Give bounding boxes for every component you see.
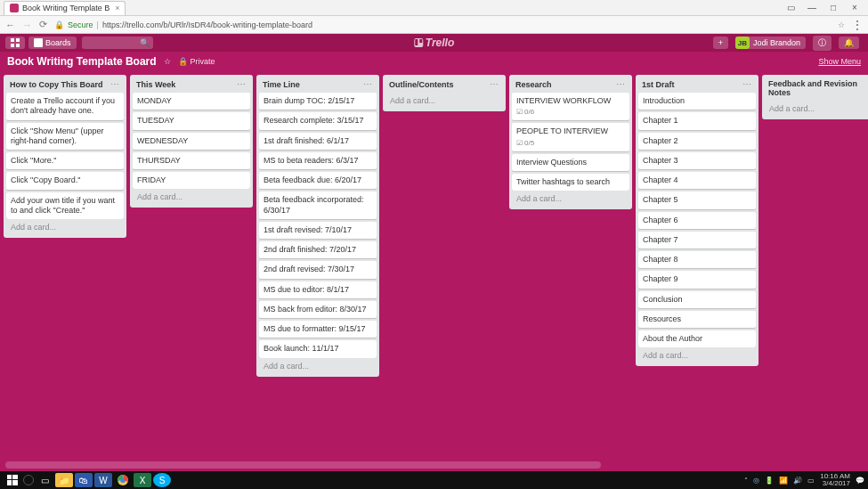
card[interactable]: Introduction [638,93,756,110]
card[interactable]: 1st draft revised: 7/10/17 [259,222,377,239]
add-card-button[interactable]: Add a card... [385,93,503,109]
card[interactable]: Chapter 3 [638,152,756,169]
horizontal-scrollbar[interactable] [5,461,601,469]
card[interactable]: WEDNESDAY [133,133,250,150]
account-icon[interactable]: ▭ [784,3,797,12]
card[interactable]: Interview Questions [512,154,629,171]
browser-tab[interactable]: Book Writing Template B × [4,1,126,15]
card[interactable]: Brain dump TOC: 2/15/17 [259,93,377,110]
list-menu-button[interactable]: ⋯ [615,79,626,89]
card[interactable]: Create a Trello account if you don't alr… [6,93,124,120]
info-button[interactable]: ⓘ [813,36,831,51]
board-canvas[interactable]: How to Copy This Board⋯Create a Trello a… [0,71,868,471]
tray-app-icon[interactable]: ◎ [753,477,759,485]
add-card-button[interactable]: Add a card... [133,189,250,205]
card[interactable]: PEOPLE TO INTERVIEW☑0/5 [512,123,629,151]
card[interactable]: Chapter 7 [638,232,756,249]
add-card-button[interactable]: Add a card... [765,101,868,117]
list-menu-button[interactable]: ⋯ [742,79,752,89]
card[interactable]: INTERVIEW WORKFLOW☑0/6 [512,93,629,120]
card[interactable]: MS due to editor: 8/1/17 [259,281,377,298]
list-menu-button[interactable]: ⋯ [110,79,120,89]
notifications-button[interactable]: 🔔 [839,37,859,49]
star-board-button[interactable]: ☆ [164,57,171,66]
card[interactable]: Chapter 9 [638,271,756,288]
app-switcher-button[interactable] [5,37,25,49]
list-menu-button[interactable]: ⋯ [489,79,499,89]
board-title[interactable]: Book Writing Template Board [7,55,157,68]
card[interactable]: Chapter 1 [638,112,756,129]
card[interactable]: Beta feedback due: 6/20/17 [259,172,377,189]
add-card-button[interactable]: Add a card... [512,191,629,207]
add-card-button[interactable]: Add a card... [259,358,377,374]
store-icon[interactable]: 🛍 [75,473,93,487]
card[interactable]: Research complete: 3/15/17 [259,112,377,129]
card[interactable]: MS back from editor: 8/30/17 [259,301,377,318]
card[interactable]: About the Author [638,330,756,347]
cortana-button[interactable] [23,475,34,485]
star-icon[interactable]: ☆ [838,20,845,29]
search-input[interactable]: 🔍 [82,37,153,49]
list-title[interactable]: This Week [136,80,236,89]
chrome-icon[interactable] [114,473,132,487]
reload-button[interactable]: ⟳ [39,19,47,30]
list-title[interactable]: Research [515,80,615,89]
add-card-button[interactable]: Add a card... [6,219,124,235]
add-card-button[interactable]: Add a card... [638,347,756,363]
forward-button[interactable]: → [22,20,32,30]
list-title[interactable]: How to Copy This Board [10,80,110,89]
file-explorer-icon[interactable]: 📁 [55,473,73,487]
tray-chevron-icon[interactable]: ˄ [744,477,748,485]
start-button[interactable] [4,473,21,487]
minimize-button[interactable]: — [806,3,818,12]
privacy-button[interactable]: 🔒 Private [178,57,215,66]
list-title[interactable]: Time Line [263,80,362,89]
tray-volume-icon[interactable]: 🔊 [793,477,802,485]
clock[interactable]: 10:16 AM 3/4/2017 [820,473,850,487]
card[interactable]: Resources [638,311,756,328]
card[interactable]: 2nd draft revised: 7/30/17 [259,261,377,278]
tray-input-icon[interactable]: ▭ [807,477,815,485]
close-button[interactable]: × [848,3,861,12]
card[interactable]: TUESDAY [133,112,250,129]
list-title[interactable]: Feedback and Revision Notes [768,79,868,97]
create-button[interactable]: + [713,37,728,49]
tray-wifi-icon[interactable]: 📶 [779,477,788,485]
task-view-button[interactable]: ▭ [36,473,53,487]
card[interactable]: Book launch: 11/1/17 [259,340,377,357]
card[interactable]: Click "More." [6,152,124,169]
list-menu-button[interactable]: ⋯ [362,79,373,89]
card[interactable]: Twitter hashtags to search [512,174,629,191]
user-menu-button[interactable]: JB Jodi Brandon [735,37,806,49]
list-title[interactable]: Outline/Contents [389,80,489,89]
card[interactable]: Click "Show Menu" (upper right-hand corn… [6,123,124,151]
card[interactable]: Chapter 2 [638,133,756,150]
card[interactable]: Chapter 5 [638,192,756,208]
show-menu-button[interactable]: Show Menu [818,57,861,66]
card[interactable]: MONDAY [133,93,250,110]
list-title[interactable]: 1st Draft [642,80,742,89]
notification-center-button[interactable]: 💬 [856,477,864,485]
skype-icon[interactable]: S [153,473,171,487]
card[interactable]: Chapter 6 [638,212,756,229]
maximize-button[interactable]: □ [827,3,840,12]
card[interactable]: Beta feedback incorporated: 6/30/17 [259,192,377,219]
trello-logo[interactable]: Trello [414,37,454,49]
list-menu-button[interactable]: ⋯ [236,79,247,89]
card[interactable]: FRIDAY [133,172,250,189]
back-button[interactable]: ← [5,20,15,30]
card[interactable]: Click "Copy Board." [6,172,124,189]
card[interactable]: Conclusion [638,291,756,308]
card[interactable]: Chapter 8 [638,251,756,268]
card[interactable]: 2nd draft finished: 7/20/17 [259,241,377,258]
card[interactable]: MS to beta readers: 6/3/17 [259,152,377,169]
browser-menu-button[interactable]: ⋮ [852,19,863,31]
boards-button[interactable]: Boards [28,37,77,49]
url-field[interactable]: 🔒 Secure | https://trello.com/b/URlr/IsD… [54,20,831,29]
card[interactable]: Add your own title if you want to and cl… [6,192,124,220]
card[interactable]: THURSDAY [133,152,250,169]
word-icon[interactable]: W [94,473,112,487]
card[interactable]: MS due to formatter: 9/15/17 [259,321,377,338]
tray-battery-icon[interactable]: 🔋 [765,477,774,485]
card[interactable]: 1st draft finished: 6/1/17 [259,133,377,150]
